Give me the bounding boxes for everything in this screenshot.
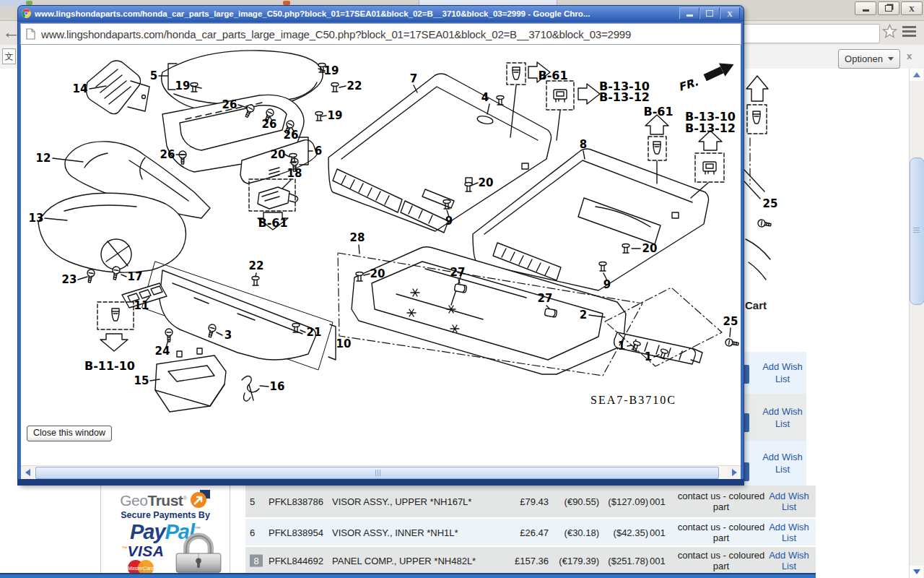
geotrust-geo: Geo [120, 492, 147, 509]
diagram-label-27: 27 [538, 292, 553, 305]
popup-title-bar[interactable]: www.lingshondaparts.com/honda_car_parts_… [18, 6, 744, 22]
tab-favicon [283, 1, 290, 5]
cell-qty: 001 [650, 556, 666, 566]
diagram-label-20: 20 [370, 267, 385, 280]
diagram-label-10: 10 [336, 337, 352, 350]
scrollbar-thumb[interactable] [910, 158, 924, 305]
visa-tm: ™ [121, 545, 128, 552]
bookmark-star-icon[interactable] [882, 24, 897, 39]
diagram-label-6: 6 [315, 144, 322, 158]
cell-gbp: £26.47 [497, 527, 549, 538]
diagram-label-14: 14 [73, 82, 88, 95]
diagram-label-12: 12 [36, 152, 51, 165]
diagram-label-19: 19 [175, 79, 191, 92]
options-button[interactable]: Optionen [838, 49, 900, 69]
diagram-label-1: 1 [645, 350, 652, 363]
add-wish-list-link[interactable]: Add Wish List [761, 361, 804, 385]
paypal-pay: Pay [130, 520, 165, 543]
popup-bottom-border [18, 479, 744, 485]
hidden-button-fragment [744, 462, 749, 481]
parts-table-row: 6PFKL838954VISOR ASSY., INNER *NH1L*£26.… [245, 519, 816, 545]
cell-ref: 5 [250, 496, 263, 507]
cell-code: PFKL838954 [269, 527, 323, 538]
arrow-right-icon [578, 84, 600, 104]
cell-note: contact us - coloured part [676, 522, 767, 543]
scroll-down-button[interactable] [910, 566, 923, 578]
add-wish-list-link[interactable]: Add Wish List [767, 491, 811, 512]
close-window-button[interactable]: Close this window [27, 426, 112, 441]
cell-code: PFKL844692 [269, 556, 323, 566]
close-button[interactable]: X [720, 7, 740, 20]
page-icon [26, 28, 35, 40]
maximize-button[interactable] [699, 7, 720, 20]
diagram-label-20: 20 [271, 148, 286, 161]
diagram-label-13: 13 [29, 212, 44, 225]
diagram-label-FR.: FR. [676, 75, 699, 94]
arrow-down-icon [100, 334, 128, 351]
part-2-visor [614, 332, 702, 364]
infobar-close-icon[interactable]: x [907, 51, 912, 61]
diagram-label-28: 28 [350, 231, 365, 244]
diagram-label-26: 26 [284, 129, 299, 142]
popup-address-bar[interactable]: www.lingshondaparts.com/honda_car_parts_… [20, 23, 741, 45]
popup-content: 145191922192626262620186B-611213231711B-… [21, 45, 741, 466]
diagram-label-B-61: B-61 [538, 69, 567, 82]
close-icon: X [727, 9, 733, 18]
cell-ref: 6 [250, 527, 263, 538]
diagram-label-24: 24 [155, 345, 170, 358]
cell-usd: ($42.35) [602, 527, 648, 538]
fr-direction-arrow [702, 58, 736, 85]
add-wish-list-link[interactable]: Add Wish List [761, 451, 804, 475]
diagram-label-B-61: B-61 [643, 105, 673, 118]
diagram-label-B-13-12: B-13-12 [599, 90, 650, 104]
arrow-up-icon [913, 72, 920, 77]
geotrust-trust: Trust [147, 492, 183, 509]
chrome-icon [22, 9, 31, 18]
popup-window: www.lingshondaparts.com/honda_car_parts_… [18, 6, 744, 485]
scrollbar-thumb[interactable] [35, 467, 719, 479]
secure-payments-label: Secure Payments By [101, 510, 230, 520]
page-scrollbar[interactable] [909, 69, 924, 578]
scroll-left-button[interactable] [21, 466, 34, 479]
minimize-icon [687, 14, 693, 17]
diagram-label-23: 23 [62, 273, 77, 286]
minimize-button[interactable] [855, 1, 876, 15]
diagram-label-11: 11 [134, 299, 149, 312]
add-wish-list-link[interactable]: Add Wish List [767, 522, 811, 543]
popup-url: www.lingshondaparts.com/honda_car_parts_… [41, 28, 631, 40]
maximize-icon [706, 10, 713, 17]
cell-usd: ($127.09) [602, 496, 648, 507]
diagram-label-19: 19 [324, 64, 339, 77]
diagram-label-26: 26 [160, 148, 175, 161]
scroll-right-button[interactable] [728, 466, 741, 479]
airbag-module [258, 187, 298, 209]
popup-horizontal-scrollbar[interactable] [21, 465, 741, 479]
minimize-button[interactable] [679, 7, 699, 20]
trademark: ™ [194, 525, 201, 532]
diagram-label-5: 5 [150, 69, 157, 82]
registered-mark: ® [183, 495, 186, 501]
thumb-grip [375, 470, 381, 476]
diagram-label-4: 4 [481, 91, 489, 104]
diagram-label-B-13-12: B-13-12 [685, 121, 736, 135]
options-label: Optionen [845, 53, 883, 64]
diagram-label-22: 22 [249, 259, 264, 272]
diagram-label-26: 26 [222, 98, 237, 111]
restore-button[interactable] [878, 1, 899, 15]
mastercard-text: MasterCard [128, 566, 155, 571]
part-13-column-cover-lower [38, 193, 186, 272]
cell-qty: 001 [650, 496, 666, 507]
diagram-label-19: 19 [328, 109, 343, 122]
cell-note: contact us - coloured part [676, 491, 767, 512]
chevron-down-icon [888, 57, 894, 61]
translate-icon[interactable]: 文 [2, 48, 16, 64]
popup-window-controls: X [679, 7, 740, 20]
add-wish-list-link[interactable]: Add Wish List [767, 550, 811, 571]
scroll-up-button[interactable] [910, 69, 923, 81]
close-button[interactable]: X [901, 1, 923, 15]
fragment-label: 25 [763, 197, 778, 210]
cell-ref: 8 [250, 555, 263, 567]
cell-name: PANEL COMP., UPPER *NH482L* [332, 556, 476, 566]
menu-icon[interactable] [902, 26, 916, 39]
add-wish-list-link[interactable]: Add Wish List [761, 405, 804, 430]
